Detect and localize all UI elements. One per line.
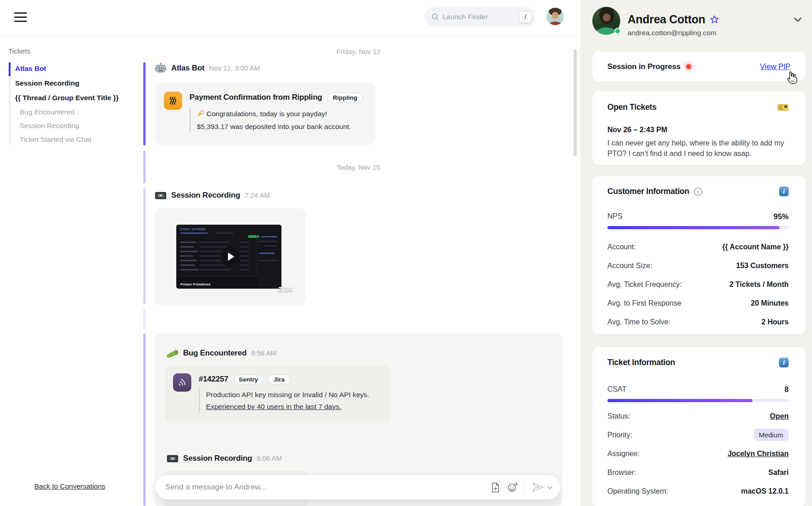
sidebar-item-thread-group-title[interactable]: {{ Thread / Group Event Title }}	[15, 91, 130, 105]
customer-information-card: Customer Information NPS 95% Account:{{ …	[592, 176, 806, 334]
chevron-down-icon[interactable]	[792, 14, 804, 27]
card-title: Payment Confirmation from Rippling	[189, 93, 322, 102]
nps-progress-bar	[607, 226, 789, 229]
nps-value: 95%	[774, 212, 789, 221]
back-to-conversations-link[interactable]: Back to Conversations	[34, 482, 105, 490]
video-thumbnail[interactable]: primer / primitives Primer Primitives	[164, 217, 297, 296]
message-sender: Session Recording	[171, 191, 240, 200]
repo-header-text: primer / primitives	[180, 227, 206, 231]
top-bar: Launch Finder /	[0, 0, 580, 37]
status-open-link[interactable]: Open	[770, 412, 789, 420]
row-value: {{ Account Name }}	[722, 243, 789, 251]
chevron-down-icon[interactable]	[547, 484, 553, 490]
row-label: Account Size:	[607, 262, 652, 270]
ticket-message: I can never get any help, where is the a…	[607, 138, 789, 159]
tickets-list: Atlas Bot Session Recording {{ Thread / …	[15, 61, 130, 146]
row-label: Account:	[607, 243, 636, 251]
online-status-dot	[614, 28, 621, 34]
csat-progress-bar	[607, 399, 789, 402]
csat-label: CSAT	[607, 385, 626, 393]
message-time: 8:56 AM	[251, 349, 276, 357]
bug-icon	[167, 348, 179, 358]
message-header: Bug Encountered 8:56 AM	[167, 347, 276, 359]
view-pip-link[interactable]: View PIP	[760, 62, 790, 71]
app: Launch Finder / Tickets Atlas Bot Sessio…	[0, 0, 812, 506]
user-avatar[interactable]	[547, 8, 564, 25]
row-value: 2 Tickets / Month	[729, 280, 789, 289]
party-popper-icon	[197, 109, 205, 121]
csat-value: 8	[785, 385, 789, 394]
tickets-icon	[777, 102, 789, 112]
open-tickets-title: Open Tickets	[607, 102, 656, 112]
message-sender: Session Recording	[183, 454, 252, 463]
message-sender: Atlas Bot	[171, 64, 205, 73]
info-row: Avg. Ticket Frequency:2 Tickets / Month	[607, 275, 789, 294]
assignee-link[interactable]: Jocelyn Christian	[728, 450, 789, 458]
pointer-cursor-icon	[785, 71, 798, 87]
payment-quote: Congratulations, today is your payday! $…	[189, 108, 363, 133]
row-value: 2 Hours	[761, 318, 789, 326]
message-header: Atlas Bot Nov 12, 3:00 AM	[155, 62, 260, 74]
sidebar-item-bug-encountered[interactable]: Bug Encountered	[15, 105, 130, 119]
vhs-cassette-icon	[155, 190, 167, 200]
priority-badge: Medium	[753, 429, 789, 441]
info-row: Avg. Time to Solve:2 Hours	[607, 312, 789, 331]
info-row: Operating System:macOS 12.0.1	[607, 482, 789, 501]
favorite-star-icon[interactable]	[709, 15, 720, 25]
thread-line-segment	[143, 188, 146, 304]
rippling-logo-icon	[164, 92, 182, 110]
chat-scrollbar[interactable]	[574, 49, 577, 156]
code-button	[248, 235, 259, 238]
message-time: 9:06 AM	[257, 454, 282, 462]
sentry-logo-icon	[173, 373, 191, 392]
message-time: 7:24 AM	[245, 191, 270, 199]
search-input[interactable]: Launch Finder /	[425, 7, 536, 27]
emoji-picker-icon[interactable]	[507, 481, 519, 493]
attach-file-icon[interactable]	[490, 482, 501, 493]
experienced-by-link[interactable]: Experienced by 40 users in the last 7 da…	[206, 403, 341, 410]
row-value: 153 Customers	[736, 262, 789, 270]
slash-shortcut-key: /	[520, 11, 531, 22]
open-tickets-card: Open Tickets Nov 26 – 2:43 PM I can neve…	[592, 92, 806, 165]
composer-divider	[525, 483, 525, 492]
info-badge-icon	[779, 358, 789, 367]
ticket-message-line: I can never get any help, where is the a…	[607, 138, 789, 149]
customer-avatar[interactable]	[592, 7, 620, 35]
sidebar-item-atlas-bot[interactable]: Atlas Bot	[15, 61, 130, 76]
payment-confirmation-card: Payment Confirmation from Rippling Rippl…	[155, 82, 375, 145]
session-card: Session in Progress View PIP	[592, 52, 806, 81]
row-value: macOS 12.0.1	[741, 487, 789, 495]
info-row: Account Size:153 Customers	[607, 256, 789, 275]
ticket-id: #142257	[199, 375, 228, 384]
row-label: Status:	[607, 412, 630, 420]
customer-name: Andrea Cotton	[628, 13, 705, 26]
nps-label: NPS	[607, 212, 623, 221]
date-divider: Friday, Nov 12	[155, 48, 562, 55]
row-label: Assignee:	[607, 450, 639, 458]
info-row: Browser:Safari	[607, 463, 789, 482]
row-value: Safari	[769, 468, 789, 477]
message-composer[interactable]: Send a message to Andrew...	[155, 475, 561, 500]
sidebar-item-session-recording-2[interactable]: Session Recording	[15, 119, 130, 133]
info-circle-icon[interactable]	[693, 187, 703, 196]
info-row: Avg. to First Response20 Minutes	[607, 294, 789, 312]
ticket-message-line: PTO? I can’t find it and I need to know …	[607, 149, 789, 159]
sentry-issue-card: #142257 Sentry Jira Production API key m…	[165, 365, 390, 423]
thread-line-segment	[143, 62, 146, 145]
sidebar-item-ticket-started-via-chat[interactable]: Ticket Started via Chat	[15, 133, 130, 146]
row-label: Avg. Time to Solve:	[607, 318, 671, 326]
info-row: Account:{{ Account Name }}	[607, 237, 789, 256]
row-label: Browser:	[607, 468, 636, 477]
menu-icon[interactable]	[14, 12, 27, 22]
customer-information-title: Customer Information	[607, 187, 689, 196]
tickets-section-label: Tickets	[8, 47, 31, 55]
thread-line-segment	[143, 334, 146, 506]
sidebar-item-session-recording[interactable]: Session Recording	[15, 76, 130, 91]
message-header: Session Recording 7:24 AM	[155, 189, 270, 201]
composer-placeholder: Send a message to Andrew...	[165, 483, 484, 492]
play-icon[interactable]	[220, 247, 240, 267]
quote-line: Production API key missing or Invalid / …	[206, 389, 369, 401]
send-icon[interactable]	[531, 481, 545, 493]
customer-panel: Andrea Cotton andrea.cotton@rippling.com…	[580, 0, 812, 506]
date-divider: Today, Nov 15	[155, 163, 562, 171]
